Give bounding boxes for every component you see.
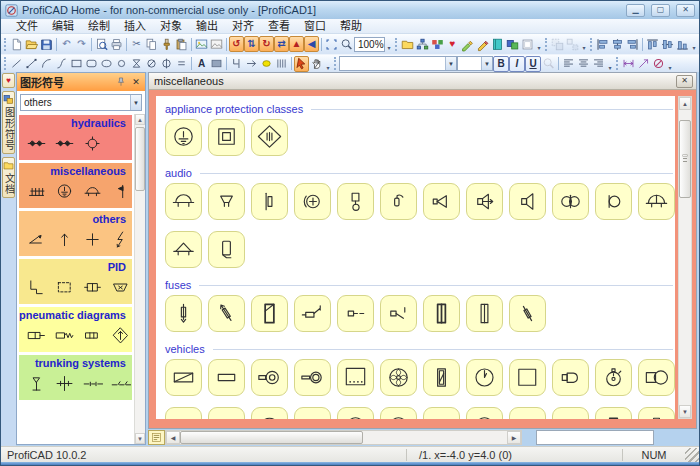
symbol-veh-pump[interactable] xyxy=(423,359,460,396)
menu-item-0[interactable]: 文件 xyxy=(9,19,45,34)
symbol-tree-button[interactable] xyxy=(415,36,430,52)
scroll-up-icon[interactable]: ▲ xyxy=(679,97,691,110)
toolbar-options-icon[interactable]: ▾ xyxy=(690,36,698,52)
symbol-veh-box-dots[interactable] xyxy=(337,359,374,396)
scroll-right-icon[interactable]: ▶ xyxy=(507,431,521,444)
symbol-audio-speaker[interactable] xyxy=(509,183,546,220)
resize-grip[interactable] xyxy=(685,448,699,462)
mirror-button[interactable]: ▲ xyxy=(289,36,304,52)
align-top-edge-button[interactable] xyxy=(645,36,660,52)
panel-scrollbar[interactable]: ▲ ▼ xyxy=(134,114,145,444)
symbol-fuse-diagonal[interactable] xyxy=(509,295,546,332)
draw-parallel-button[interactable] xyxy=(174,56,189,72)
toolbar-options-icon[interactable]: ▾ xyxy=(324,56,332,72)
symbol-veh-stopwatch[interactable] xyxy=(595,359,632,396)
menu-item-2[interactable]: 绘制 xyxy=(81,19,117,34)
symbol-fuse-double-bold[interactable] xyxy=(423,295,460,332)
draw-circle-line-button[interactable] xyxy=(159,56,174,72)
symbol-fuse-switch-disconnector[interactable] xyxy=(380,295,417,332)
edit-symbol-button[interactable] xyxy=(460,36,475,52)
menu-item-7[interactable]: 查看 xyxy=(261,19,297,34)
insert-image-button[interactable] xyxy=(194,36,209,52)
print-preview-button[interactable] xyxy=(94,36,109,52)
menu-item-9[interactable]: 帮助 xyxy=(333,19,369,34)
zoom-area-button[interactable] xyxy=(339,36,354,52)
symbol-veh2-f[interactable] xyxy=(380,407,417,419)
symbol-fuse-disconnector[interactable] xyxy=(337,295,374,332)
document-hscroll-thumb[interactable] xyxy=(180,431,363,444)
draw-hourglass-button[interactable] xyxy=(129,56,144,72)
document-hscrollbar[interactable]: ◀ ▶ xyxy=(165,430,522,445)
open-button[interactable] xyxy=(24,36,39,52)
symbol-audio-horn-speaker[interactable] xyxy=(423,183,460,220)
flip-horizontal-button[interactable]: ⇄ xyxy=(274,36,289,52)
flip-vertical-button[interactable]: ⇅ xyxy=(244,36,259,52)
symbol-veh-speaker-box[interactable] xyxy=(638,359,675,396)
scroll-down-icon[interactable]: ▼ xyxy=(135,433,145,444)
symbol-audio-mic-stand[interactable] xyxy=(337,183,374,220)
symbol-veh-rect-diagonal[interactable] xyxy=(165,359,202,396)
symbol-audio-mic-plus[interactable] xyxy=(294,183,331,220)
menu-item-1[interactable]: 编辑 xyxy=(45,19,81,34)
symbol-fuse-striker[interactable] xyxy=(251,295,288,332)
symbol-class-i[interactable] xyxy=(165,119,202,156)
align-left-edge-button[interactable] xyxy=(595,36,610,52)
rotate-right-button[interactable]: ↻ xyxy=(259,36,274,52)
fmt-underline-button[interactable]: U xyxy=(525,56,541,72)
symbol-audio-mic[interactable] xyxy=(595,183,632,220)
draw-arrow-button[interactable] xyxy=(244,56,259,72)
symbol-veh2-j[interactable] xyxy=(552,407,589,419)
maximize-button[interactable]: ▢ xyxy=(651,4,670,17)
symbol-fuse-pull[interactable] xyxy=(208,295,245,332)
panel-scroll-thumb[interactable] xyxy=(135,127,145,191)
rotate-180-button[interactable]: ◀ xyxy=(304,36,319,52)
format-painter-button[interactable] xyxy=(159,36,174,52)
undo-button[interactable]: ↶ xyxy=(59,36,74,52)
symbol-veh2-a[interactable] xyxy=(165,407,202,419)
edit-pencil-button[interactable] xyxy=(475,36,490,52)
symbol-audio-dome-cross[interactable] xyxy=(638,183,675,220)
align-h-center-button[interactable] xyxy=(610,36,625,52)
symbol-audio-horn-tweeter[interactable] xyxy=(208,183,245,220)
draw-ellipse-button[interactable] xyxy=(99,56,114,72)
category-PID[interactable]: PID xyxy=(19,259,132,304)
sidebar-tab-symbols[interactable]: 图形符号 xyxy=(2,91,15,154)
symbol-veh-coupler-2[interactable] xyxy=(294,359,331,396)
draw-hatch-button[interactable] xyxy=(274,56,289,72)
symbol-veh-horn[interactable] xyxy=(552,359,589,396)
symbol-veh-clock[interactable] xyxy=(466,359,503,396)
menu-item-8[interactable]: 窗口 xyxy=(297,19,333,34)
dim-dimension-button[interactable] xyxy=(621,56,636,72)
zoom-level-select[interactable]: 100%▼ xyxy=(354,37,385,52)
color-blocks-button[interactable] xyxy=(430,36,445,52)
font-size-select[interactable]: ▼ xyxy=(457,56,493,71)
align-v-middle-button[interactable] xyxy=(660,36,675,52)
category-pneumatic-diagrams[interactable]: pneumatic diagrams xyxy=(19,307,132,352)
draw-circle-button[interactable] xyxy=(114,56,129,72)
symbol-fuse[interactable] xyxy=(165,295,202,332)
favorites-button[interactable]: ♥ xyxy=(445,36,460,52)
symbol-class-ii[interactable] xyxy=(208,119,245,156)
pin-icon[interactable] xyxy=(115,76,127,88)
draw-node-button[interactable] xyxy=(259,56,274,72)
category-miscellaneous[interactable]: miscellaneous xyxy=(19,163,132,208)
align-bottom-edge-button[interactable] xyxy=(675,36,690,52)
symbol-audio-handheld-mic[interactable] xyxy=(380,183,417,220)
copy-button[interactable] xyxy=(144,36,159,52)
tool-cursor-button[interactable] xyxy=(294,56,309,72)
font-name-select[interactable]: ▼ xyxy=(339,56,457,71)
export-image-button[interactable] xyxy=(209,36,224,52)
menu-item-3[interactable]: 插入 xyxy=(117,19,153,34)
symbol-veh2-c[interactable] xyxy=(251,407,288,419)
menu-item-4[interactable]: 对象 xyxy=(153,19,189,34)
draw-gate-button[interactable] xyxy=(229,56,244,72)
print-button[interactable] xyxy=(109,36,124,52)
draw-arc-button[interactable] xyxy=(39,56,54,72)
symbol-audio-headphones[interactable] xyxy=(552,183,589,220)
panel-close-icon[interactable]: ✕ xyxy=(130,76,142,88)
symbol-class-iii[interactable] xyxy=(251,119,288,156)
save-button[interactable] xyxy=(39,36,54,52)
toolbar-options-icon[interactable]: ▾ xyxy=(666,56,674,72)
menu-item-6[interactable]: 对齐 xyxy=(225,19,261,34)
symbol-audio-panel-speaker[interactable] xyxy=(208,231,245,268)
